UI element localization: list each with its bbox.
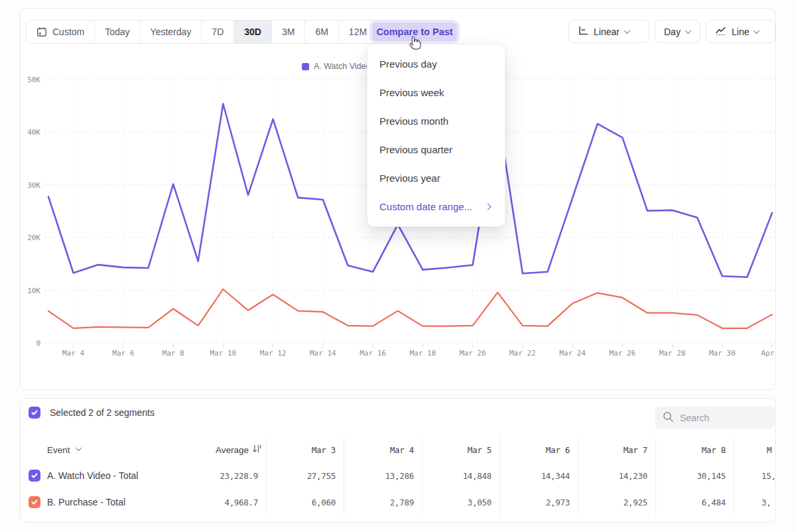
x-axis-tick-label: Mar 4: [62, 349, 84, 358]
legend-swatch: [302, 63, 309, 70]
line-chart-icon: [715, 26, 726, 38]
linear-axis-icon: [578, 26, 588, 38]
menu-item-previous-week[interactable]: Previous week: [367, 78, 505, 107]
event-column-header[interactable]: Event: [21, 437, 190, 462]
value-cell: 3,: [734, 489, 777, 515]
average-value-cell: 4,968.7: [190, 489, 266, 515]
range-button-yesterday[interactable]: Yesterday: [141, 21, 202, 43]
value-cell: 13,286: [344, 462, 422, 489]
value-cell: 2,925: [578, 489, 655, 515]
event-header-label: Event: [47, 445, 70, 455]
search-icon: [663, 411, 674, 425]
chevron-down-icon: [754, 27, 760, 34]
column-separator: [344, 437, 344, 515]
x-axis-tick-label: Mar 26: [609, 349, 635, 358]
x-axis-tick-label: Mar 30: [709, 349, 736, 358]
compare-to-past-button[interactable]: Compare to Past: [372, 23, 457, 41]
x-axis-tick-label: Mar 8: [163, 349, 184, 358]
average-header-label: Average: [216, 445, 249, 455]
menu-item-previous-year[interactable]: Previous year: [367, 164, 505, 192]
range-button-30d[interactable]: 30D: [234, 21, 272, 43]
column-separator: [499, 437, 500, 515]
y-axis-tick-label: 50K: [27, 76, 40, 84]
segment-checkbox[interactable]: [29, 470, 40, 482]
chevron-down-icon: [75, 444, 82, 451]
segments-table: EventAverageMar 3Mar 4Mar 5Mar 6Mar 7Mar…: [21, 437, 777, 515]
date-column-header[interactable]: Mar 8: [655, 437, 734, 462]
x-axis-tick-label: Mar 28: [659, 349, 686, 358]
column-separator: [266, 437, 267, 515]
value-cell: 14,344: [499, 462, 578, 489]
segment-checkbox[interactable]: [29, 496, 40, 508]
date-column-header[interactable]: Mar 7: [578, 437, 655, 462]
range-button-7d[interactable]: 7D: [202, 21, 234, 43]
range-button-12m[interactable]: 12M: [339, 21, 377, 43]
menu-item-previous-quarter[interactable]: Previous quarter: [367, 135, 505, 164]
interval-dropdown-button[interactable]: Day: [655, 20, 700, 43]
x-axis-tick-label: Mar 12: [260, 349, 287, 358]
value-cell: 15,: [734, 462, 777, 489]
range-button-custom[interactable]: Custom: [27, 21, 95, 43]
scale-dropdown-button[interactable]: Linear: [568, 20, 649, 43]
x-axis-tick-label: Mar 10: [210, 349, 236, 358]
menu-item-previous-month[interactable]: Previous month: [367, 107, 505, 135]
y-axis-tick-label: 20K: [27, 233, 40, 242]
segment-label: B. Purchase - Total: [47, 497, 125, 507]
value-cell: 3,050: [422, 489, 499, 515]
chart-type-dropdown-button[interactable]: Line: [706, 20, 775, 43]
table-row-event[interactable]: B. Purchase - Total: [21, 489, 190, 515]
average-column-header[interactable]: Average: [190, 437, 266, 462]
analytics-page: 010K20K30K40K50KMar 4Mar 6Mar 8Mar 10Mar…: [0, 0, 796, 532]
range-button-label: Custom: [52, 27, 84, 37]
compare-menu-items: Previous dayPrevious weekPrevious monthP…: [367, 50, 505, 192]
x-axis-tick-label: Apr 1: [761, 349, 777, 358]
calendar-icon: [36, 27, 47, 37]
y-axis-tick-label: 10K: [27, 287, 40, 295]
range-button-today[interactable]: Today: [95, 21, 140, 43]
average-value-cell: 23,228.9: [190, 462, 266, 489]
menu-item-custom-date-range[interactable]: Custom date range...: [367, 192, 505, 221]
chevron-down-icon: [685, 27, 691, 34]
series-line-purchase[interactable]: [48, 289, 772, 328]
select-all-checkbox[interactable]: [29, 407, 40, 419]
range-button-3m[interactable]: 3M: [272, 21, 305, 43]
value-cell: 2,973: [499, 489, 578, 515]
search-input[interactable]: [680, 413, 760, 423]
column-separator: [655, 437, 656, 515]
value-cell: 6,060: [266, 489, 344, 515]
value-cell: 2,789: [344, 489, 422, 515]
chart-type-dropdown-label: Line: [732, 27, 749, 37]
range-button-label: 7D: [212, 27, 224, 37]
value-cell: 27,755: [266, 462, 344, 489]
table-row-event[interactable]: A. Watch Video - Total: [21, 462, 190, 489]
compare-to-past-menu: Previous dayPrevious weekPrevious monthP…: [367, 44, 505, 227]
column-separator: [734, 437, 734, 515]
range-button-label: 12M: [349, 27, 367, 37]
date-range-group: CustomTodayYesterday7D30D3M6M12M: [26, 20, 377, 44]
x-axis-tick-label: Mar 18: [409, 349, 436, 358]
date-column-header[interactable]: Mar 6: [499, 437, 578, 462]
column-separator: [578, 437, 578, 515]
search-box[interactable]: [655, 407, 775, 429]
range-button-label: Yesterday: [151, 27, 192, 37]
segment-label: A. Watch Video - Total: [47, 470, 138, 481]
date-column-header[interactable]: Mar 3: [266, 437, 344, 462]
x-axis-tick-label: Mar 14: [310, 349, 336, 358]
range-button-6m[interactable]: 6M: [305, 21, 338, 43]
sort-descending-icon: [252, 444, 262, 455]
menu-item-previous-day[interactable]: Previous day: [367, 50, 505, 78]
range-button-label: 6M: [315, 27, 328, 37]
y-axis-tick-label: 0: [36, 339, 40, 348]
segments-table-card: Selected 2 of 2 segments EventAverageMar…: [20, 398, 776, 523]
x-axis-tick-label: Mar 16: [360, 349, 386, 358]
date-column-header[interactable]: Mar 5: [422, 437, 499, 462]
range-button-label: 3M: [282, 27, 295, 37]
column-separator: [422, 437, 423, 515]
chevron-right-icon: [485, 204, 492, 210]
segments-selected-text: Selected 2 of 2 segments: [50, 407, 155, 418]
scale-dropdown-label: Linear: [594, 27, 620, 37]
date-column-header[interactable]: Mar 4: [344, 437, 422, 462]
x-axis-tick-label: Mar 20: [460, 349, 486, 358]
date-column-header[interactable]: M: [734, 437, 777, 462]
value-cell: 6,484: [655, 489, 734, 515]
